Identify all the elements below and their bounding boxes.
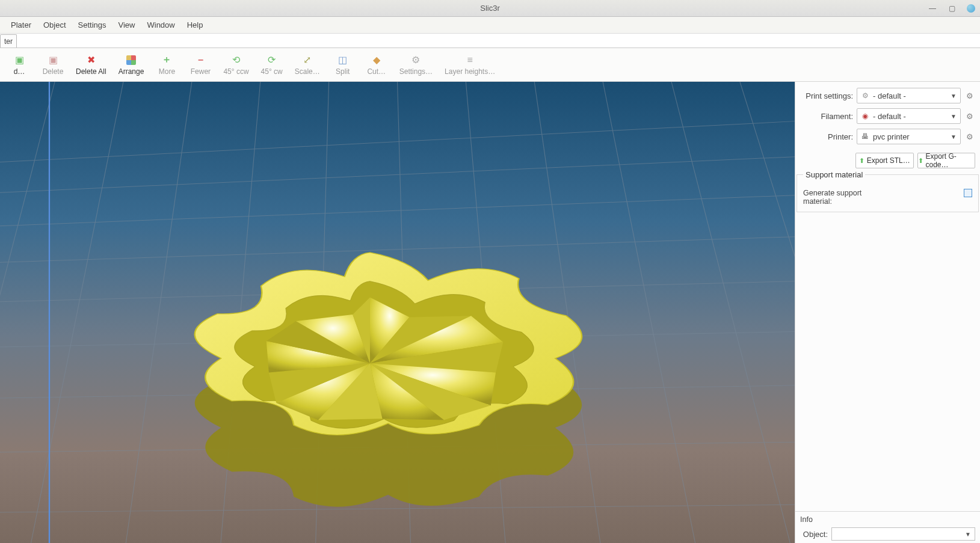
delete-all-icon: ✖ xyxy=(85,54,97,66)
toolbar: ▣ d… ▣ Delete ✖ Delete All Arrange ＋ Mor… xyxy=(0,48,980,82)
svg-line-1 xyxy=(0,154,795,196)
toolbar-cut-label: Cut… xyxy=(367,67,386,76)
export-icon: ⬆ xyxy=(918,157,923,165)
gear-icon: ⚙ xyxy=(410,54,422,66)
toolbar-layers-label: Layer heights… xyxy=(445,67,495,76)
toolbar-delete[interactable]: ▣ Delete xyxy=(36,52,70,78)
export-stl-label: Export STL… xyxy=(867,156,910,165)
cut-icon: ◆ xyxy=(371,54,383,66)
print-settings-value: - default - xyxy=(873,91,906,100)
arrange-icon xyxy=(125,54,137,66)
menu-help[interactable]: Help xyxy=(181,18,209,32)
toolbar-add[interactable]: ▣ d… xyxy=(2,52,36,78)
support-material-group: Support material Generate support materi… xyxy=(797,174,979,212)
printer-value: pvc printer xyxy=(873,132,910,141)
toolbar-scale[interactable]: ⤢ Scale… xyxy=(289,52,326,78)
info-legend: Info xyxy=(795,511,980,525)
toolbar-fewer[interactable]: − Fewer xyxy=(183,52,217,78)
export-stl-button[interactable]: ⬆ Export STL… xyxy=(855,153,914,168)
menu-bar: Plater Object Settings View Window Help xyxy=(0,17,980,34)
chevron-down-icon: ▼ xyxy=(951,133,957,140)
support-legend: Support material xyxy=(803,170,865,179)
split-icon: ◫ xyxy=(337,54,349,66)
maximize-button[interactable]: ▢ xyxy=(948,4,956,13)
viewport-scene xyxy=(0,82,795,543)
model-object xyxy=(195,253,582,507)
toolbar-arrange[interactable]: Arrange xyxy=(112,52,150,78)
add-icon: ▣ xyxy=(13,54,25,66)
chevron-down-icon: ▼ xyxy=(951,113,957,120)
layers-icon: ≡ xyxy=(464,54,476,66)
content-area: Print settings: ⚙ - default - ▼ ⚙ Filame… xyxy=(0,82,980,543)
spool-icon: ◉ xyxy=(861,112,869,120)
chevron-down-icon: ▼ xyxy=(951,93,957,99)
printer-edit[interactable]: ⚙ xyxy=(964,131,975,142)
toolbar-rotate-cw[interactable]: ⟳ 45° cw xyxy=(255,52,289,78)
menu-object[interactable]: Object xyxy=(37,18,72,32)
svg-line-11 xyxy=(123,82,192,543)
toolbar-settings-label: Settings… xyxy=(399,67,433,76)
chevron-down-icon: ▼ xyxy=(965,531,971,538)
menu-plater[interactable]: Plater xyxy=(5,18,37,32)
scale-icon: ⤢ xyxy=(301,54,313,66)
toolbar-more[interactable]: ＋ More xyxy=(150,52,183,78)
toolbar-add-label: d… xyxy=(14,67,25,76)
close-button[interactable] xyxy=(967,4,975,13)
toolbar-more-label: More xyxy=(159,67,175,76)
svg-line-17 xyxy=(603,82,698,543)
toolbar-cw-label: 45° cw xyxy=(261,67,283,76)
window-titlebar: Slic3r — ▢ xyxy=(0,0,980,17)
svg-line-18 xyxy=(671,82,795,543)
toolbar-rotate-ccw[interactable]: ⟲ 45° ccw xyxy=(217,52,254,78)
toolbar-cut[interactable]: ◆ Cut… xyxy=(360,52,393,78)
svg-line-10 xyxy=(28,82,123,543)
plus-icon: ＋ xyxy=(161,54,173,66)
tab-plater[interactable]: ter xyxy=(0,34,17,48)
svg-line-2 xyxy=(0,192,795,229)
object-select[interactable]: ▼ xyxy=(831,527,975,541)
toolbar-fewer-label: Fewer xyxy=(191,67,211,76)
toolbar-split[interactable]: ◫ Split xyxy=(326,52,360,78)
toolbar-arrange-label: Arrange xyxy=(119,67,144,76)
support-label: Generate support material: xyxy=(803,189,887,206)
3d-viewport[interactable] xyxy=(0,82,795,543)
printer-icon: 🖶 xyxy=(861,132,869,141)
toolbar-delete-all-label: Delete All xyxy=(76,67,106,76)
side-panel: Print settings: ⚙ - default - ▼ ⚙ Filame… xyxy=(795,82,980,543)
print-settings-select[interactable]: ⚙ - default - ▼ xyxy=(857,88,961,103)
printer-select[interactable]: 🖶 pvc printer ▼ xyxy=(857,129,961,144)
printer-label: Printer: xyxy=(800,132,853,141)
svg-line-19 xyxy=(740,82,795,543)
menu-view[interactable]: View xyxy=(112,18,141,32)
menu-settings[interactable]: Settings xyxy=(72,18,112,32)
toolbar-layer-heights[interactable]: ≡ Layer heights… xyxy=(439,52,501,78)
rotate-cw-icon: ⟳ xyxy=(266,54,278,66)
minus-icon: − xyxy=(194,54,206,66)
support-checkbox[interactable] xyxy=(964,189,972,197)
window-title: Slic3r xyxy=(480,4,500,13)
filament-label: Filament: xyxy=(800,112,853,121)
svg-line-8 xyxy=(0,504,795,513)
toolbar-ccw-label: 45° ccw xyxy=(223,67,248,76)
export-gcode-label: Export G-code… xyxy=(926,152,975,169)
toolbar-split-label: Split xyxy=(336,67,350,76)
toolbar-delete-all[interactable]: ✖ Delete All xyxy=(70,52,112,78)
print-settings-edit[interactable]: ⚙ xyxy=(964,90,975,101)
menu-window[interactable]: Window xyxy=(141,18,180,32)
filament-edit[interactable]: ⚙ xyxy=(964,111,975,121)
gear-icon: ⚙ xyxy=(861,91,869,100)
delete-icon: ▣ xyxy=(47,54,59,66)
rotate-ccw-icon: ⟲ xyxy=(230,54,242,66)
object-label: Object: xyxy=(800,530,828,539)
minimize-button[interactable]: — xyxy=(928,4,937,13)
print-settings-label: Print settings: xyxy=(800,91,853,100)
export-gcode-button[interactable]: ⬆ Export G-code… xyxy=(917,153,976,168)
filament-value: - default - xyxy=(873,112,906,121)
tab-bar: ter xyxy=(0,34,980,48)
toolbar-delete-label: Delete xyxy=(43,67,64,76)
export-icon: ⬆ xyxy=(859,157,864,165)
svg-line-9 xyxy=(0,82,55,543)
toolbar-settings[interactable]: ⚙ Settings… xyxy=(393,52,439,78)
filament-select[interactable]: ◉ - default - ▼ xyxy=(857,108,961,124)
svg-line-0 xyxy=(0,118,795,166)
